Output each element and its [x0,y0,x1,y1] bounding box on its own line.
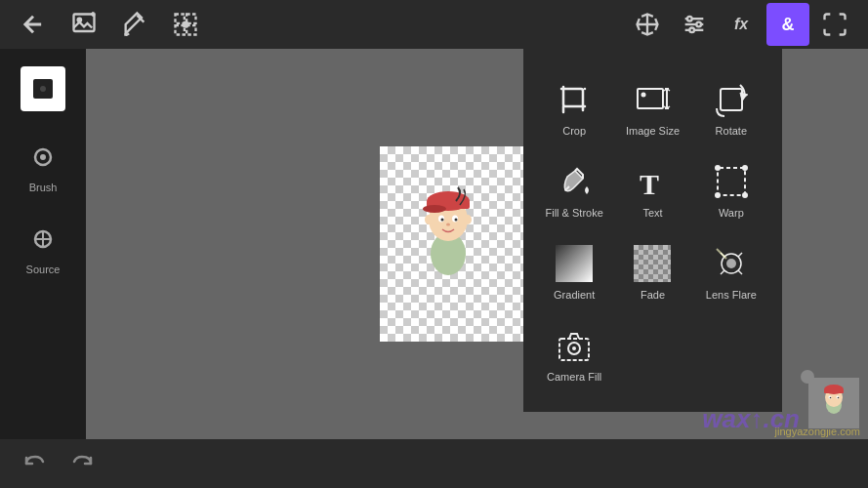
brush-tool-button[interactable] [113,3,156,46]
undo-button[interactable] [16,444,55,483]
menu-item-lens-flare[interactable]: Lens Flare [692,230,770,312]
menu-item-gradient[interactable]: Gradient [535,230,613,312]
top-toolbar: fx & [0,0,868,49]
fill-stroke-label: Fill & Stroke [546,207,603,219]
svg-point-28 [423,205,446,213]
add-image-button[interactable] [62,3,105,46]
svg-line-54 [721,270,724,274]
source-label: Source [26,264,61,275]
svg-rect-8 [186,25,195,34]
rotate-icon [710,78,753,121]
svg-rect-0 [74,15,95,32]
svg-rect-7 [176,25,185,34]
camera-fill-icon [553,324,596,367]
brush-label: Brush [29,182,58,193]
effects-label: fx [734,16,748,33]
adjustments-button[interactable] [673,3,716,46]
gradient-label: Gradient [554,289,595,301]
blend-label: & [782,15,795,35]
svg-rect-5 [176,15,185,23]
svg-point-13 [687,17,692,21]
fill-stroke-icon [553,160,596,203]
gradient-icon [553,242,596,285]
menu-item-crop[interactable]: Crop [535,66,613,148]
source-tool[interactable]: Source [6,209,80,283]
svg-line-53 [738,253,742,257]
menu-item-fill-stroke[interactable]: Fill & Stroke [535,148,613,230]
svg-point-47 [742,165,748,171]
move-tool-button[interactable] [626,3,669,46]
dropdown-menu: Crop Image Size [523,49,782,412]
svg-point-39 [641,93,646,98]
svg-point-33 [446,224,450,226]
back-button[interactable] [12,3,55,46]
toolbar-left [12,3,207,46]
stamp-tool[interactable] [6,59,80,119]
lens-flare-label: Lens Flare [706,289,757,301]
text-icon: T [631,160,674,203]
menu-item-warp[interactable]: Warp [692,148,770,230]
svg-point-1 [78,19,82,21]
rotate-label: Rotate [716,125,747,137]
selection-button[interactable] [164,3,207,46]
canvas-image [399,166,497,283]
svg-point-51 [726,259,736,268]
svg-rect-63 [824,389,844,393]
menu-item-camera-fill[interactable]: Camera Fill [535,312,613,394]
source-icon [21,217,65,262]
fade-icon [631,242,674,285]
image-size-label: Image Size [626,125,680,137]
menu-item-image-size[interactable]: Image Size [613,66,691,148]
svg-point-35 [464,215,472,224]
menu-grid: Crop Image Size [523,59,782,402]
redo-button[interactable] [62,444,102,483]
svg-point-34 [425,215,433,224]
blend-button[interactable]: & [766,3,809,46]
left-sidebar: Brush Source [0,49,86,488]
effects-button[interactable]: fx [720,3,763,46]
svg-rect-43 [721,89,742,110]
text-label: Text [642,207,662,219]
brush-tool[interactable]: Brush [6,127,80,201]
svg-point-14 [696,22,701,27]
warp-icon [710,160,753,203]
warp-label: Warp [719,207,744,219]
svg-rect-38 [638,89,663,108]
svg-rect-45 [718,168,745,195]
svg-line-55 [738,270,742,274]
svg-line-56 [717,249,726,259]
fade-label: Fade [641,289,665,301]
svg-point-59 [572,346,576,350]
menu-item-rotate[interactable]: Rotate [692,66,770,148]
svg-point-15 [689,28,694,33]
bottom-toolbar [0,439,868,488]
svg-point-66 [830,397,832,399]
svg-point-67 [838,397,840,399]
svg-point-31 [440,219,443,222]
image-size-icon [631,78,674,121]
menu-item-text[interactable]: T Text [613,148,691,230]
svg-rect-6 [186,15,195,23]
lens-flare-icon [710,242,753,285]
svg-point-46 [715,165,721,171]
stamp-icon [21,66,65,111]
crop-label: Crop [562,125,586,137]
camera-fill-label: Camera Fill [547,371,601,383]
thumbnail[interactable] [807,377,860,429]
toolbar-right: fx & [626,3,856,46]
svg-point-32 [454,219,457,222]
svg-point-49 [742,192,748,198]
menu-item-fade[interactable]: Fade [613,230,691,312]
svg-point-48 [715,192,721,198]
fullscreen-button[interactable] [813,3,856,46]
svg-point-18 [40,86,46,92]
gradient-preview [556,245,593,282]
svg-point-20 [40,154,46,160]
fade-preview [634,245,671,282]
svg-point-9 [184,22,188,27]
brush-icon [21,135,65,180]
svg-text:T: T [640,168,659,200]
thumb-dot [801,370,814,384]
crop-icon [553,78,596,121]
